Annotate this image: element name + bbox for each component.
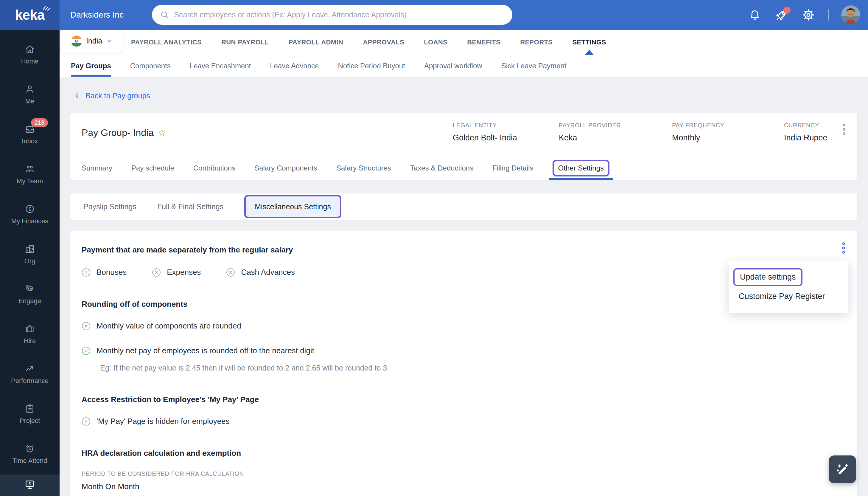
keka-spark-icon [42, 3, 51, 11]
sidebar-item-me[interactable]: Me [0, 75, 60, 114]
back-to-pay-groups-link[interactable]: Back to Pay groups [70, 90, 150, 101]
option-net-pay-rounded: Monthly net pay of employees is rounded … [82, 346, 846, 355]
settings-nav-approval-workflow[interactable]: Approval workflow [424, 55, 482, 77]
sidebar-item-inbox[interactable]: 218 Inbox [0, 114, 60, 154]
sidebar-item-label: Home [21, 58, 39, 65]
keka-logo[interactable]: keka [0, 0, 60, 30]
settings-nav-notice-period-buyout[interactable]: Notice Period Buyout [338, 55, 405, 77]
sidebar-item-payroll[interactable]: $ [0, 475, 60, 496]
nav-run-payroll[interactable]: RUN PAYROLL [221, 30, 269, 55]
nav-loans[interactable]: LOANS [424, 30, 447, 55]
sidebar-item-label: Time Attend [13, 457, 47, 465]
topbar: keka Darksiders Inc [0, 0, 868, 30]
nav-benefits[interactable]: BENEFITS [467, 30, 500, 55]
disabled-x-circle-icon [152, 268, 161, 277]
ai-assistant-fab[interactable] [829, 455, 856, 483]
enabled-check-circle-icon [82, 346, 91, 355]
tab-other-settings[interactable]: Other Settings [552, 156, 609, 180]
topbar-divider [828, 9, 829, 20]
tab-filing-details[interactable]: Filing Details [493, 156, 533, 180]
annotation-box-other-settings: Other Settings [552, 160, 609, 176]
pay-group-kebab-menu[interactable] [842, 123, 847, 136]
menu-item-update-settings[interactable]: Update settings [740, 273, 796, 282]
menu-item-customize-pay-register[interactable]: Customize Pay Register [728, 288, 848, 305]
disabled-x-circle-icon [82, 417, 91, 426]
user-avatar[interactable] [841, 5, 860, 25]
option-monthly-value-rounded: Monthly value of components are rounded [82, 321, 846, 330]
subtab-payslip-settings[interactable]: Payslip Settings [83, 202, 136, 211]
nav-approvals[interactable]: APPROVALS [363, 30, 404, 55]
field-label: PAYROLL PROVIDER [559, 122, 672, 129]
settings-button[interactable] [801, 8, 816, 22]
sidebar-item-project[interactable]: Project [0, 394, 60, 434]
settings-nav-sick-leave-payment[interactable]: Sick Leave Payment [501, 55, 566, 77]
field-pay-frequency: PAY FREQUENCY Monthly [672, 122, 784, 142]
disabled-x-circle-icon [226, 268, 235, 277]
sidebar-item-label: Inbox [22, 137, 38, 145]
nav-payroll-admin[interactable]: PAYROLL ADMIN [289, 30, 343, 55]
avatar-photo [841, 5, 860, 25]
notifications-button[interactable] [748, 8, 762, 22]
field-currency: CURRENCY India Rupee [784, 122, 827, 142]
tab-summary[interactable]: Summary [82, 156, 112, 180]
search-icon [160, 10, 170, 20]
field-value: Golden Bolt- India [453, 133, 559, 142]
settings-nav-components[interactable]: Components [130, 55, 171, 77]
subtab-miscellaneous-settings[interactable]: Miscellaneous Settings [244, 202, 341, 211]
nav-settings[interactable]: SETTINGS [572, 30, 606, 55]
settings-nav-leave-advance[interactable]: Leave Advance [270, 55, 319, 77]
tab-pay-schedule[interactable]: Pay schedule [131, 156, 174, 180]
tab-taxes-deductions[interactable]: Taxes & Deductions [410, 156, 473, 180]
inbox-count-badge: 218 [31, 118, 48, 127]
module-nav: India PAYROLL ANALYTICS RUN PAYROLL PAYR… [60, 30, 868, 55]
disabled-x-circle-icon [82, 322, 91, 330]
nav-reports[interactable]: REPORTS [520, 30, 552, 55]
active-tab-underline [549, 178, 613, 180]
active-underline [71, 75, 111, 77]
section-title-access-restriction: Access Restriction to Employee's 'My Pay… [82, 395, 846, 404]
favorite-star-icon[interactable] [157, 128, 166, 137]
nav-payroll-analytics[interactable]: PAYROLL ANALYTICS [131, 30, 202, 55]
payroll-monitor-icon: $ [24, 479, 36, 491]
sidebar-item-label: My Finances [11, 217, 49, 225]
sidebar-item-time-attend[interactable]: Time Attend [0, 434, 60, 474]
subtab-full-final-settings[interactable]: Full & Final Settings [157, 202, 223, 211]
performance-trend-icon [24, 363, 35, 374]
miscellaneous-settings-card: Payment that are made separately from th… [70, 231, 857, 496]
kebab-icon [841, 242, 846, 254]
tab-contributions[interactable]: Contributions [193, 156, 235, 180]
sidebar-item-my-team[interactable]: My Team [0, 154, 60, 194]
option-expenses: Expenses [152, 268, 201, 277]
global-search[interactable] [152, 5, 512, 25]
field-label: LEGAL ENTITY [453, 122, 559, 129]
field-value: Monthly [672, 133, 784, 142]
active-nav-caret [585, 50, 594, 55]
sidebar-item-home[interactable]: Home [0, 35, 60, 75]
tab-salary-components[interactable]: Salary Components [254, 156, 317, 180]
tab-salary-structures[interactable]: Salary Structures [336, 156, 391, 180]
sidebar-item-engage[interactable]: Engage [0, 274, 60, 314]
project-clipboard-icon [25, 403, 35, 414]
sidebar-item-label: Engage [18, 297, 41, 305]
settings-nav: Pay Groups Components Leave Encashment L… [60, 55, 868, 77]
dollar-circle-icon: $ [25, 204, 35, 214]
team-icon [24, 164, 35, 174]
misc-settings-kebab-menu[interactable] [841, 242, 846, 254]
page-content: Back to Pay groups Pay Group- India LEGA… [60, 90, 868, 496]
sidebar-item-hire[interactable]: Hire [0, 314, 60, 354]
option-label: Monthly net pay of employees is rounded … [97, 346, 314, 355]
main-area: India PAYROLL ANALYTICS RUN PAYROLL PAYR… [60, 30, 868, 496]
sidebar-item-my-finances[interactable]: $ My Finances [0, 194, 60, 234]
pay-group-fields: LEGAL ENTITY Golden Bolt- India PAYROLL … [453, 122, 827, 142]
sidebar-item-org[interactable]: Org [0, 234, 60, 274]
disabled-x-circle-icon [82, 268, 91, 277]
entity-selector[interactable]: India [60, 29, 123, 53]
settings-nav-leave-encashment[interactable]: Leave Encashment [190, 55, 251, 77]
sidebar-item-performance[interactable]: Performance [0, 354, 60, 394]
option-label: Cash Advances [241, 268, 295, 277]
bell-icon [749, 9, 761, 21]
back-link-label: Back to Pay groups [85, 92, 150, 100]
settings-nav-pay-groups[interactable]: Pay Groups [71, 55, 111, 77]
search-input[interactable] [174, 11, 504, 19]
whats-new-button[interactable] [774, 8, 789, 22]
